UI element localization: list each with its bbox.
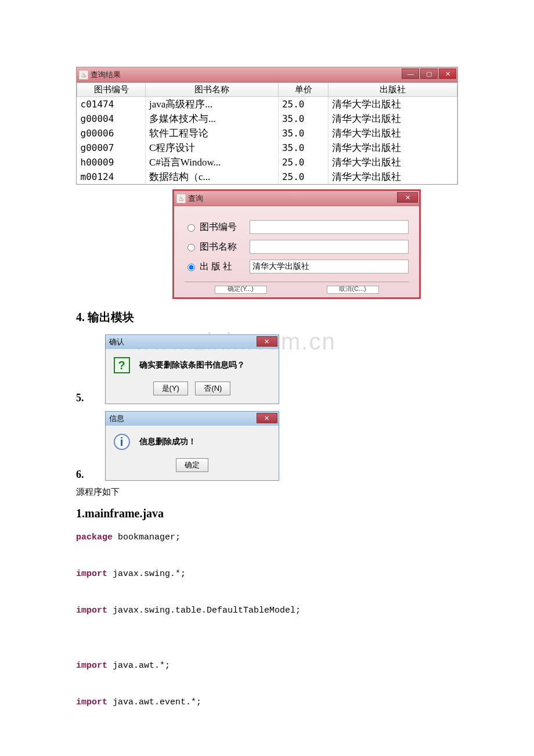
radio-publisher-label: 出 版 社 — [200, 261, 232, 273]
cell-publisher: 清华大学出版社 — [329, 155, 457, 170]
publisher-field[interactable] — [250, 260, 409, 273]
col-publisher[interactable]: 出版社 — [329, 83, 457, 97]
java-icon: ♨ — [176, 194, 186, 203]
cell-name: 数据结构（c... — [146, 170, 279, 184]
book-id-field[interactable] — [250, 220, 409, 234]
results-window: ♨ 查询结果 — ▢ ✕ 图书编号 图书名称 单价 出版社 c01474 j — [76, 67, 458, 185]
radio-book-name[interactable]: 图书名称 — [185, 241, 250, 253]
cell-name: 软件工程导论 — [146, 126, 279, 141]
close-button[interactable]: ✕ — [397, 192, 418, 203]
cell-price: 35.0 — [278, 141, 329, 155]
cell-name: 多媒体技术与... — [146, 111, 279, 126]
results-titlebar[interactable]: ♨ 查询结果 — ▢ ✕ — [77, 67, 457, 82]
file-heading: 1.mainframe.java — [76, 507, 458, 520]
minimize-button[interactable]: — — [402, 69, 419, 79]
close-button[interactable]: ✕ — [257, 336, 277, 347]
table-row[interactable]: g00004 多媒体技术与... 35.0 清华大学出版社 — [77, 111, 457, 126]
section-4-heading: 4. 输出模块 — [76, 309, 458, 325]
list-number-6: 6. — [76, 469, 84, 481]
results-table: 图书编号 图书名称 单价 出版社 c01474 java高级程序... 25.0… — [77, 82, 457, 184]
results-title: 查询结果 — [91, 70, 121, 80]
source-note: 源程序如下 — [76, 487, 458, 498]
query-dialog: ♨ 查询 ✕ 图书编号 图书名称 — [172, 189, 421, 299]
yes-button[interactable]: 是(Y) — [153, 381, 188, 395]
cell-id: m00124 — [77, 170, 146, 184]
cell-id: h00009 — [77, 155, 146, 170]
cell-price: 25.0 — [278, 170, 329, 184]
cell-price: 25.0 — [278, 97, 329, 112]
cell-publisher: 清华大学出版社 — [329, 97, 457, 112]
radio-book-name-label: 图书名称 — [200, 241, 237, 253]
close-button[interactable]: ✕ — [257, 413, 277, 423]
cell-name: java高级程序... — [146, 97, 279, 112]
cell-publisher: 清华大学出版社 — [329, 170, 457, 184]
cell-id: g00006 — [77, 126, 146, 141]
info-title: 信息 — [109, 413, 124, 424]
close-button[interactable]: ✕ — [439, 69, 456, 79]
col-price[interactable]: 单价 — [278, 83, 329, 97]
radio-book-id-label: 图书编号 — [200, 221, 237, 233]
list-number-5: 5. — [76, 392, 84, 404]
table-row[interactable]: g00006 软件工程导论 35.0 清华大学出版社 — [77, 126, 457, 141]
info-icon: i — [114, 434, 130, 450]
code-block: package bookmanager; import javax.swing.… — [76, 528, 458, 711]
maximize-button[interactable]: ▢ — [420, 69, 438, 79]
radio-publisher[interactable]: 出 版 社 — [185, 261, 250, 273]
radio-publisher-input[interactable] — [187, 264, 195, 271]
confirm-message: 确实要删除该条图书信息吗？ — [139, 360, 245, 370]
cell-publisher: 清华大学出版社 — [329, 141, 457, 155]
radio-book-id-input[interactable] — [187, 224, 195, 232]
radio-book-id[interactable]: 图书编号 — [185, 221, 250, 233]
confirm-titlebar[interactable]: 确认 ✕ — [106, 335, 279, 349]
table-row[interactable]: m00124 数据结构（c... 25.0 清华大学出版社 — [77, 170, 457, 184]
confirm-title: 确认 — [109, 337, 124, 347]
query-title: 查询 — [188, 193, 203, 204]
radio-book-name-input[interactable] — [187, 244, 195, 251]
cell-name: C#语言Window... — [146, 155, 279, 170]
cell-id: c01474 — [77, 97, 146, 112]
confirm-dialog: 确认 ✕ ? 确实要删除该条图书信息吗？ 是(Y) 否(N) — [105, 334, 279, 404]
cell-publisher: 清华大学出版社 — [329, 111, 457, 126]
cell-price: 35.0 — [278, 111, 329, 126]
no-button[interactable]: 否(N) — [195, 381, 230, 395]
book-name-field[interactable] — [250, 240, 409, 254]
query-titlebar[interactable]: ♨ 查询 ✕ — [174, 191, 419, 206]
ok-button[interactable]: 确定 — [176, 458, 208, 472]
question-icon: ? — [114, 357, 130, 373]
java-icon: ♨ — [79, 70, 88, 80]
cell-publisher: 清华大学出版社 — [329, 126, 457, 141]
cancel-button-partial[interactable]: 取消(C...) — [327, 286, 379, 294]
ok-button-partial[interactable]: 确定(Y...) — [215, 286, 267, 294]
cell-id: g00004 — [77, 111, 146, 126]
col-book-id[interactable]: 图书编号 — [77, 83, 146, 97]
table-row[interactable]: c01474 java高级程序... 25.0 清华大学出版社 — [77, 97, 457, 112]
cell-price: 35.0 — [278, 126, 329, 141]
info-titlebar[interactable]: 信息 ✕ — [106, 412, 279, 426]
col-book-name[interactable]: 图书名称 — [146, 83, 279, 97]
cell-id: g00007 — [77, 141, 146, 155]
table-row[interactable]: h00009 C#语言Window... 25.0 清华大学出版社 — [77, 155, 457, 170]
info-message: 信息删除成功！ — [139, 437, 196, 447]
cell-name: C程序设计 — [146, 141, 279, 155]
table-row[interactable]: g00007 C程序设计 35.0 清华大学出版社 — [77, 141, 457, 155]
info-dialog: 信息 ✕ i 信息删除成功！ 确定 — [105, 411, 279, 481]
cell-price: 25.0 — [278, 155, 329, 170]
